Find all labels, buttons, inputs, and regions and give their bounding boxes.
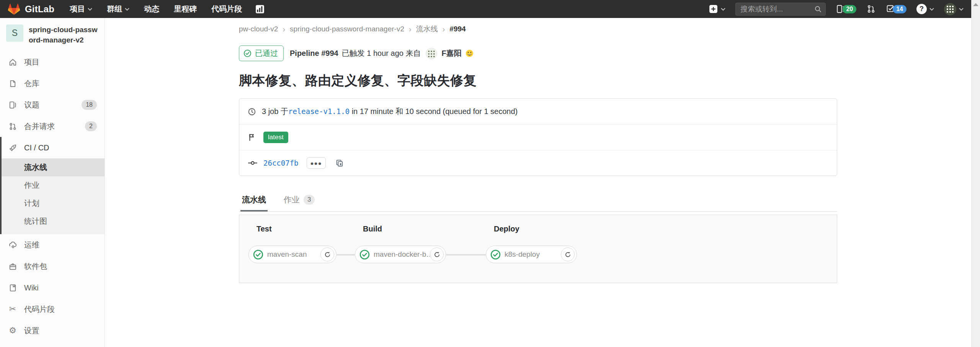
jobs-duration-text: 3 job 于release-v1.1.0 in 17 minute 和 10 …	[262, 106, 518, 117]
issues-counter-button[interactable]: 20	[836, 4, 856, 14]
tab-pipeline[interactable]: 流水线	[240, 192, 268, 212]
retry-job-button[interactable]	[561, 248, 575, 261]
submenu-item-jobs[interactable]: 作业	[2, 176, 105, 194]
chevron-down-icon	[929, 8, 934, 11]
commit-sha-link[interactable]: 26cc07fb	[263, 159, 299, 167]
cicd-submenu: 流水线 作业 计划 统计图	[2, 158, 105, 234]
help-menu-button[interactable]: ?	[916, 4, 934, 14]
merge-request-icon	[8, 122, 18, 131]
author-name[interactable]: F嘉阳	[442, 48, 462, 59]
todos-count-badge: 14	[893, 5, 906, 13]
breadcrumb-project[interactable]: spring-cloud-password-manager-v2	[290, 25, 412, 34]
breadcrumb: pw-cloud-v2 spring-cloud-password-manage…	[239, 24, 837, 34]
brand-name: GitLab	[25, 4, 54, 15]
status-badge-passed[interactable]: 已通过	[239, 46, 284, 61]
project-avatar: S	[6, 24, 23, 42]
breadcrumb-pipelines[interactable]: 流水线	[416, 24, 445, 34]
ref-link[interactable]: release-v1.1.0	[288, 107, 350, 116]
scroll-up-arrow-icon[interactable]	[973, 3, 978, 6]
nav-snippets[interactable]: 代码片段	[211, 4, 242, 14]
nav-groups[interactable]: 群组	[107, 4, 129, 14]
sidebar-item-merge-requests[interactable]: 合并请求 2	[0, 116, 105, 137]
job-name: k8s-deploy	[505, 250, 561, 259]
sidebar-item-settings[interactable]: ⚙ 设置	[0, 320, 105, 341]
chevron-down-icon	[125, 8, 129, 11]
clock-icon	[248, 108, 256, 116]
stage-connector	[336, 254, 355, 256]
sidebar-item-issues[interactable]: 议题 18	[0, 94, 105, 116]
user-avatar	[944, 3, 956, 15]
flag-icon	[248, 133, 256, 142]
stage-build: Build maven-docker-b…	[355, 225, 446, 263]
author-avatar[interactable]	[426, 48, 437, 59]
copy-icon[interactable]	[335, 159, 344, 167]
stage-title: Build	[363, 225, 446, 233]
help-icon: ?	[916, 4, 927, 14]
commit-description-toggle[interactable]: ●●●	[307, 157, 326, 169]
pipeline-title: 脚本修复、路由定义修复、字段缺失修复	[239, 72, 837, 90]
gear-icon: ⚙	[8, 326, 18, 335]
scissors-icon: ✂	[8, 305, 18, 313]
merge-requests-count-badge: 2	[85, 121, 97, 131]
wiki-book-icon	[8, 283, 18, 292]
submenu-item-schedules[interactable]: 计划	[2, 194, 105, 212]
stage-connector	[446, 254, 486, 256]
project-context-header[interactable]: S spring-cloud-password-manager-v2	[0, 18, 105, 51]
merge-requests-button[interactable]	[866, 4, 876, 14]
sidebar-item-snippets[interactable]: ✂ 代码片段	[0, 298, 105, 320]
tab-jobs[interactable]: 作业 3	[282, 192, 316, 212]
package-icon	[8, 262, 18, 271]
user-menu-button[interactable]	[944, 3, 964, 15]
submenu-item-charts[interactable]: 统计图	[2, 212, 105, 230]
tanuki-icon	[8, 3, 20, 15]
home-icon	[8, 58, 18, 67]
search-icon[interactable]	[814, 5, 822, 13]
retry-icon	[434, 251, 440, 258]
latest-row: latest	[239, 124, 837, 150]
breadcrumb-group[interactable]: pw-cloud-v2	[239, 25, 285, 34]
triggered-text: 已触发 1 hour ago 来自	[342, 48, 421, 59]
page-scrollbar[interactable]	[971, 0, 980, 347]
document-icon	[8, 79, 18, 88]
success-check-icon	[359, 249, 370, 260]
chevron-down-icon	[721, 8, 725, 11]
issues-icon	[8, 101, 18, 109]
analytics-chart-icon[interactable]	[255, 4, 265, 14]
chevron-down-icon	[959, 8, 964, 11]
plus-icon	[709, 4, 718, 14]
submenu-item-pipelines[interactable]: 流水线	[2, 158, 105, 176]
pipeline-headline: Pipeline #994 已触发 1 hour ago 来自 F嘉阳	[290, 48, 474, 59]
operations-cloud-gear-icon	[8, 241, 18, 249]
rocket-icon	[8, 143, 18, 152]
commit-row: 26cc07fb ●●●	[239, 150, 837, 176]
job-pill-maven-docker-build[interactable]: maven-docker-b…	[355, 246, 446, 263]
sidebar-item-cicd[interactable]: CI / CD	[2, 137, 105, 158]
nav-milestones[interactable]: 里程碑	[174, 4, 197, 14]
sidebar-section-cicd: CI / CD 流水线 作业 计划 统计图	[0, 137, 105, 234]
sidebar-item-wiki[interactable]: Wiki	[0, 277, 105, 298]
retry-job-button[interactable]	[430, 248, 444, 261]
sidebar-item-operations[interactable]: 运维	[0, 234, 105, 256]
job-name: maven-docker-b…	[374, 250, 430, 259]
sidebar-item-project[interactable]: 项目	[0, 51, 105, 73]
retry-job-button[interactable]	[320, 248, 334, 261]
stage-title: Deploy	[494, 225, 577, 233]
job-pill-maven-scan[interactable]: maven-scan	[248, 246, 336, 263]
merge-request-icon	[866, 4, 876, 14]
search-input[interactable]	[735, 3, 826, 16]
stage-title: Test	[256, 225, 336, 233]
job-pill-k8s-deploy[interactable]: k8s-deploy	[486, 246, 577, 263]
sidebar-item-packages[interactable]: 软件包	[0, 256, 105, 277]
nav-projects[interactable]: 项目	[70, 4, 92, 14]
todos-button[interactable]: 14	[886, 4, 906, 14]
nav-activity[interactable]: 动态	[144, 4, 159, 14]
sidebar-item-repository[interactable]: 仓库	[0, 73, 105, 94]
success-check-icon	[253, 249, 263, 260]
topbar: GitLab 项目 群组 动态 里程碑 代码片段	[0, 0, 971, 18]
gitlab-logo[interactable]: GitLab	[8, 3, 54, 15]
new-menu-button[interactable]	[709, 4, 725, 14]
commit-icon	[248, 159, 258, 167]
pipeline-graph: Test maven-scan Build	[239, 215, 837, 283]
breadcrumb-pipeline-id: #994	[449, 25, 466, 33]
retry-icon	[565, 251, 571, 258]
